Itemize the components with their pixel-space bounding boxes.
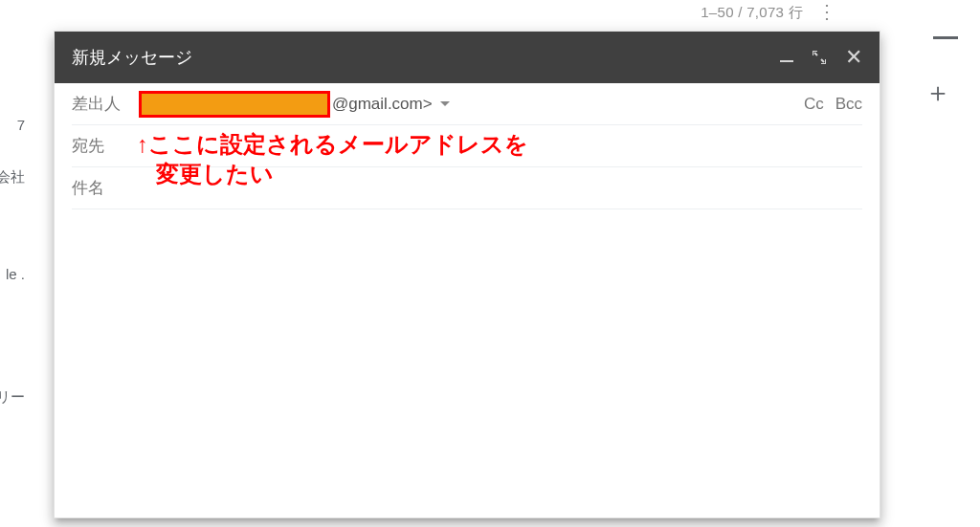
cc-button[interactable]: Cc <box>804 95 824 114</box>
sidebar-fragment-text: 会社 <box>0 168 25 187</box>
close-icon[interactable]: ✕ <box>845 47 862 68</box>
compose-window: 新規メッセージ ✕ 差出人 @gmail.com> Cc Bcc <box>54 31 880 518</box>
side-panel-collapse-icon[interactable] <box>933 36 958 39</box>
subject-label: 件名 <box>72 177 139 199</box>
sidebar-fragment-text: 7 <box>17 117 25 133</box>
compose-header: 新規メッセージ ✕ <box>55 32 880 83</box>
sidebar-fragment-text: le . <box>6 266 25 282</box>
from-label: 差出人 <box>72 93 139 115</box>
redacted-sender-box <box>139 91 330 118</box>
from-email-suffix: @gmail.com> <box>332 95 433 114</box>
more-vert-icon[interactable]: ⋮ <box>817 2 836 21</box>
to-row[interactable]: 宛先 <box>72 125 862 167</box>
subject-row[interactable]: 件名 <box>72 167 862 209</box>
add-addon-icon[interactable]: ＋ <box>924 79 951 106</box>
sidebar-fragment: 7 会社 le . リー <box>0 0 54 527</box>
sidebar-fragment-text: リー <box>0 388 25 406</box>
window-controls: ✕ <box>780 47 862 68</box>
chevron-down-icon[interactable] <box>440 101 450 106</box>
from-row: 差出人 @gmail.com> Cc Bcc <box>72 83 862 125</box>
compose-title: 新規メッセージ <box>72 46 780 69</box>
bcc-button[interactable]: Bcc <box>835 95 862 114</box>
from-content[interactable]: @gmail.com> <box>139 91 804 118</box>
pagination-text: 1–50 / 7,073 行 <box>701 4 803 22</box>
to-label: 宛先 <box>72 135 139 157</box>
minimize-icon[interactable] <box>780 60 793 62</box>
expand-icon[interactable] <box>813 51 826 64</box>
compose-body: 差出人 @gmail.com> Cc Bcc 宛先 件名 ↑ここに設定されるメー… <box>55 83 880 517</box>
